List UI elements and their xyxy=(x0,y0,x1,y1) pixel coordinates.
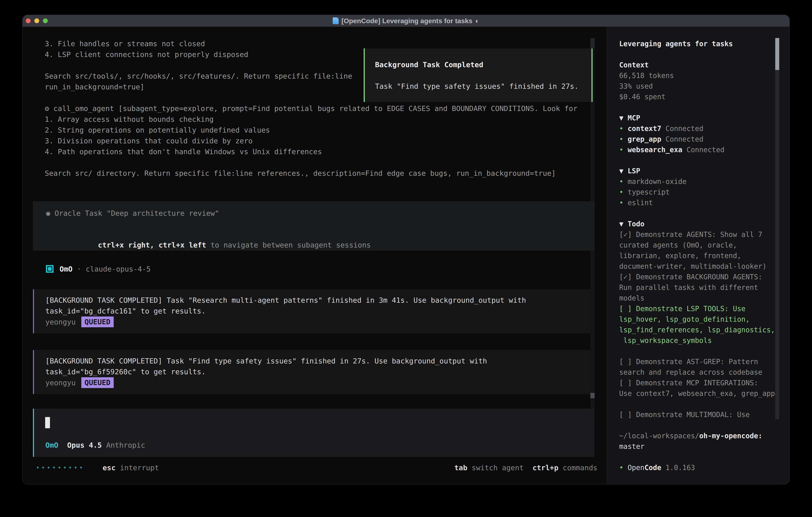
esc-key-hint[interactable]: esc xyxy=(103,464,116,472)
toast-body: Task "Find type safety issues" finished … xyxy=(375,81,591,92)
text-cursor xyxy=(45,417,50,428)
zoom-window-button[interactable] xyxy=(43,19,48,23)
agent-model: claude-opus-4-5 xyxy=(86,265,151,273)
selected-model: Opus 4.5 xyxy=(67,441,102,449)
traffic-lights xyxy=(26,15,48,27)
tab-key-hint[interactable]: tab xyxy=(454,464,467,472)
agent-name: OmO xyxy=(60,265,72,273)
working-spinner-icon: ••••••••• xyxy=(36,464,85,471)
minimize-window-button[interactable] xyxy=(34,19,39,23)
background-task-toast[interactable]: Background Task Completed Task "Find typ… xyxy=(364,48,592,102)
toast-title: Background Task Completed xyxy=(375,59,591,70)
keyboard-shortcut: ctrl+x right, ctrl+x left xyxy=(98,241,206,249)
chat-scrollbar-notch[interactable] xyxy=(590,38,594,49)
separator-dot: · xyxy=(77,265,81,273)
status-bar: ••••••••• esc interrupt tab switch agent… xyxy=(23,462,606,473)
interrupt-label: interrupt xyxy=(120,464,159,472)
esc-key-label xyxy=(116,464,120,472)
sidebar-scrollbar-track[interactable] xyxy=(775,38,779,419)
chat-scrollbar-thumb[interactable] xyxy=(590,393,594,398)
window-title: [OpenCode] Leveraging agents for tasks ◐ xyxy=(333,17,479,25)
commands-label: commands xyxy=(558,464,598,472)
oracle-task-label: ◉ Oracle Task "Deep architecture review" xyxy=(46,208,594,219)
agent-icon xyxy=(46,265,54,273)
chat-area: 3. File handles or streams not closed4. … xyxy=(23,27,606,484)
status-badge: QUEUED xyxy=(81,377,114,388)
oracle-task-box[interactable]: ◉ Oracle Task "Deep architecture review"… xyxy=(33,201,594,250)
model-provider: Anthropic xyxy=(106,441,145,449)
sidebar-scrollbar-thumb[interactable] xyxy=(775,38,779,70)
message-line: task_id="bg_dcfac161" to get results. xyxy=(46,306,590,317)
oracle-task-hint: ctrl+x right, ctrl+x left to navigate be… xyxy=(46,229,594,261)
sidebar-lines: Leveraging agents for tasks Context66,51… xyxy=(619,38,778,473)
session-state-icon: ◐ xyxy=(475,17,480,25)
desktop: [OpenCode] Leveraging agents for tasks ◐… xyxy=(0,0,812,517)
message-line: [BACKGROUND TASK COMPLETED] Task "Resear… xyxy=(46,295,590,306)
switch-agent-label: switch agent xyxy=(467,464,524,472)
ctrl-p-key-hint[interactable]: ctrl+p xyxy=(532,464,558,472)
close-window-button[interactable] xyxy=(26,19,31,23)
window-title-text: [OpenCode] Leveraging agents for tasks xyxy=(342,17,472,25)
message-author: yeongyu xyxy=(46,318,76,326)
message-line: task_id="bg_6f59260c" to get results. xyxy=(46,366,590,377)
agent-header: OmO · claude-opus-4-5 xyxy=(46,263,151,275)
message-line: [BACKGROUND TASK COMPLETED] Task "Find t… xyxy=(46,356,590,366)
prompt-input[interactable]: OmO Opus 4.5 Anthropic xyxy=(33,409,594,457)
background-task-message[interactable]: [BACKGROUND TASK COMPLETED] Task "Find t… xyxy=(33,350,590,394)
message-author: yeongyu xyxy=(46,379,76,387)
session-sidebar: Leveraging agents for tasks Context66,51… xyxy=(606,27,789,484)
selected-agent: OmO xyxy=(46,441,58,449)
model-selector[interactable]: OmO Opus 4.5 Anthropic xyxy=(46,440,145,451)
titlebar: [OpenCode] Leveraging agents for tasks ◐ xyxy=(23,15,789,27)
terminal-window: [OpenCode] Leveraging agents for tasks ◐… xyxy=(23,15,789,484)
document-icon xyxy=(333,18,339,24)
background-task-message[interactable]: [BACKGROUND TASK COMPLETED] Task "Resear… xyxy=(33,289,590,333)
status-badge: QUEUED xyxy=(81,317,114,327)
